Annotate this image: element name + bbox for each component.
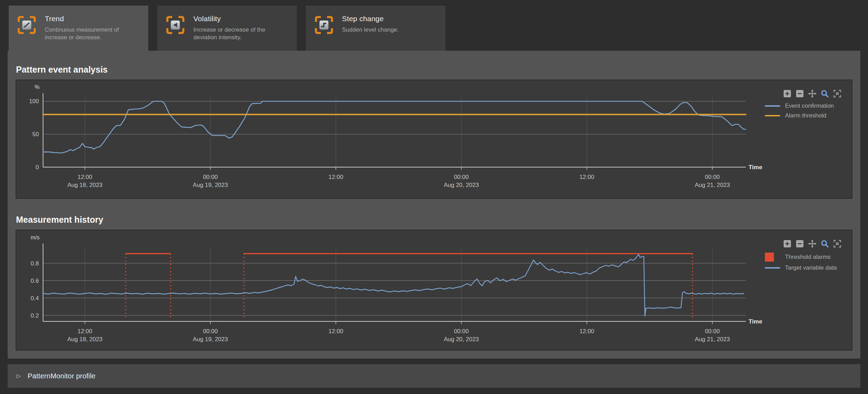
svg-text:%: % (35, 84, 40, 90)
autoscale-icon[interactable] (833, 239, 842, 248)
pan-icon[interactable] (808, 89, 817, 98)
pattern-monitor-page: { "tabs": [ {"label": "Trend", "descript… (0, 0, 868, 394)
svg-text:0: 0 (36, 164, 39, 171)
svg-text:Aug 18, 2023: Aug 18, 2023 (67, 336, 102, 343)
chart-legend: Threshold alarms Target variable data (765, 253, 837, 274)
step-icon (314, 15, 334, 35)
svg-text:12:00: 12:00 (579, 328, 594, 335)
svg-text:00:00: 00:00 (203, 174, 218, 180)
triangle-left-icon (166, 15, 185, 35)
svg-text:Aug 20, 2023: Aug 20, 2023 (444, 182, 479, 188)
legend-item-threshold-alarms[interactable]: Threshold alarms (765, 253, 837, 262)
legend-label: Alarm threshold (785, 112, 826, 119)
chart-pattern-event-analysis: 12:00Aug 18, 202300:00Aug 19, 202312:000… (16, 80, 852, 199)
expander-triangle-icon: ▷ (17, 373, 21, 379)
zoom-out-icon[interactable] (795, 239, 804, 248)
pan-icon[interactable] (808, 239, 817, 248)
legend-item-target-variable-data[interactable]: Target variable data (765, 264, 837, 271)
svg-text:Aug 21, 2023: Aug 21, 2023 (695, 182, 730, 188)
box-zoom-icon[interactable] (820, 89, 829, 98)
legend-swatch-box (765, 253, 774, 262)
pattern-type-tabs: Trend Continuous measurement of increase… (9, 6, 445, 51)
svg-text:Aug 18, 2023: Aug 18, 2023 (67, 182, 102, 188)
measurement-history-plot[interactable]: 12:00Aug 18, 202300:00Aug 19, 202312:000… (16, 230, 852, 350)
tab-trend-description: Continuous measurement of increase or de… (45, 26, 132, 42)
svg-text:12:00: 12:00 (328, 174, 343, 180)
svg-text:12:00: 12:00 (77, 328, 92, 335)
chart-legend: Event confirmation Alarm threshold (765, 102, 834, 122)
legend-label: Threshold alarms (785, 254, 831, 261)
analysis-panel: Pattern event analysis 12:00Aug 18, 2023… (8, 51, 860, 359)
legend-label: Event confirmation (785, 102, 834, 109)
legend-swatch-line (765, 105, 780, 107)
svg-text:Time: Time (749, 164, 762, 171)
svg-text:m/s: m/s (31, 235, 40, 240)
box-zoom-icon[interactable] (820, 239, 829, 248)
tab-volatility-description: Increase or decrease of the deviation in… (193, 26, 280, 42)
svg-text:00:00: 00:00 (705, 328, 720, 335)
section-title-measurement-history: Measurement history (16, 199, 860, 224)
svg-text:12:00: 12:00 (77, 174, 92, 180)
svg-text:50: 50 (32, 131, 39, 138)
svg-text:12:00: 12:00 (328, 328, 343, 335)
chart-measurement-history: 12:00Aug 18, 202300:00Aug 19, 202312:000… (16, 230, 852, 351)
svg-text:0.2: 0.2 (31, 312, 39, 319)
tab-volatility[interactable]: Volatility Increase or decrease of the d… (157, 6, 297, 51)
legend-swatch-line (765, 267, 780, 269)
tab-trend[interactable]: Trend Continuous measurement of increase… (9, 6, 148, 51)
svg-text:Aug 21, 2023: Aug 21, 2023 (695, 336, 730, 343)
svg-text:Time: Time (749, 318, 762, 325)
profile-label: PatternMonitor profile (28, 372, 96, 380)
zoom-in-icon[interactable] (783, 89, 792, 98)
legend-item-event-confirmation[interactable]: Event confirmation (765, 102, 834, 109)
trend-line-icon (17, 15, 36, 35)
svg-text:100: 100 (29, 98, 39, 105)
svg-text:0.6: 0.6 (31, 278, 39, 284)
zoom-in-icon[interactable] (783, 239, 792, 248)
tab-trend-label: Trend (45, 15, 132, 23)
svg-text:Aug 19, 2023: Aug 19, 2023 (193, 336, 228, 343)
legend-item-alarm-threshold[interactable]: Alarm threshold (765, 112, 834, 119)
pattern-monitor-profile-expander[interactable]: ▷ PatternMonitor profile (8, 364, 860, 388)
tab-step-change-description: Sudden level change. (342, 26, 399, 34)
svg-text:00:00: 00:00 (203, 328, 218, 335)
tab-step-change[interactable]: Step change Sudden level change. (306, 6, 445, 51)
section-title-pattern-event-analysis: Pattern event analysis (16, 51, 860, 74)
tab-volatility-label: Volatility (193, 15, 280, 23)
zoom-out-icon[interactable] (795, 89, 804, 98)
svg-text:00:00: 00:00 (454, 174, 469, 180)
svg-text:0.8: 0.8 (31, 260, 39, 267)
svg-text:Aug 19, 2023: Aug 19, 2023 (193, 182, 228, 188)
legend-swatch-line (765, 115, 780, 116)
svg-text:Aug 20, 2023: Aug 20, 2023 (444, 336, 479, 343)
svg-text:00:00: 00:00 (454, 328, 469, 335)
tab-step-change-label: Step change (342, 15, 399, 23)
svg-text:0.4: 0.4 (31, 295, 39, 302)
svg-text:12:00: 12:00 (579, 174, 594, 180)
autoscale-icon[interactable] (833, 89, 842, 98)
svg-text:00:00: 00:00 (705, 174, 720, 180)
chart-toolbar (783, 239, 842, 248)
chart-toolbar (783, 89, 842, 98)
pattern-event-analysis-plot[interactable]: 12:00Aug 18, 202300:00Aug 19, 202312:000… (16, 80, 852, 198)
legend-label: Target variable data (785, 264, 837, 271)
